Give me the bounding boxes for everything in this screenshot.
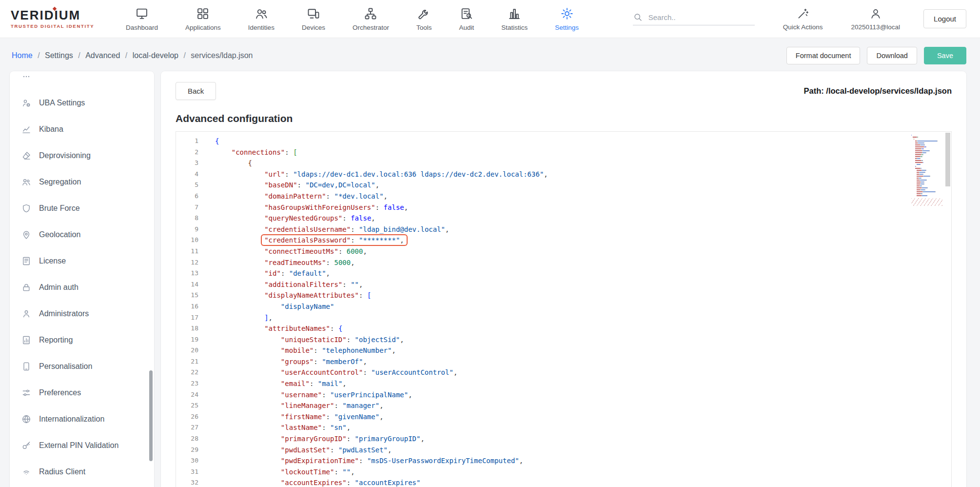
- code-line-29[interactable]: "pwdLastSet": "pwdLastSet",: [215, 445, 951, 456]
- code-line-1[interactable]: {: [215, 136, 951, 147]
- sidebar-item-geolocation[interactable]: Geolocation: [14, 222, 150, 248]
- nav-item-settings[interactable]: Settings: [555, 7, 579, 31]
- code-line-16[interactable]: "displayName": [215, 301, 951, 312]
- code-line-5[interactable]: "baseDN": "DC=dev,DC=local",: [215, 180, 951, 191]
- nav-item-identities[interactable]: Identities: [248, 7, 274, 31]
- nav-item-applications[interactable]: Applications: [185, 7, 221, 31]
- code-line-31[interactable]: "lockoutTime": "",: [215, 467, 951, 478]
- code-line-11[interactable]: "connectTimeoutMs": 6000,: [215, 246, 951, 257]
- code-line-30[interactable]: "pwdExpirationTime": "msDS-UserPasswordE…: [215, 455, 951, 467]
- sidebar-item-label: Deprovisioning: [39, 151, 91, 160]
- editor-scrollbar[interactable]: [945, 133, 950, 186]
- code-editor[interactable]: 1234567891011121314151617181920212223242…: [176, 131, 952, 487]
- code-line-19[interactable]: "uniqueStaticID": "objectSid",: [215, 334, 951, 345]
- minimap-line: [911, 152, 942, 153]
- breadcrumb-item-home[interactable]: Home: [12, 51, 33, 60]
- breadcrumb-item-advanced[interactable]: Advanced: [85, 51, 120, 60]
- code-line-23[interactable]: "email": "mail",: [215, 378, 951, 389]
- minimap-line: [911, 137, 942, 138]
- sidebar-item-reporting[interactable]: Reporting: [14, 327, 150, 353]
- code-line-7[interactable]: "hasGroupsWithForeignUsers": false,: [215, 202, 951, 213]
- code-line-8[interactable]: "queryNestedGroups": false,: [215, 213, 951, 224]
- minimap[interactable]: [911, 135, 942, 206]
- radius-client-icon: [21, 467, 31, 477]
- code-line-4[interactable]: "url": "ldaps://dev-dc1.dev.local:636 ld…: [215, 169, 951, 180]
- sidebar-item-brute-force[interactable]: Brute Force: [14, 195, 150, 222]
- sidebar-list: UBA SettingsKibanaDeprovisioningSegregat…: [10, 71, 154, 487]
- minimap-line: [911, 144, 942, 145]
- line-number: 27: [176, 422, 198, 433]
- quick-actions-button[interactable]: Quick Actions: [783, 7, 823, 31]
- code-line-25[interactable]: "lineManager": "manager",: [215, 400, 951, 411]
- nav-item-tools[interactable]: Tools: [416, 7, 432, 31]
- code-line-10[interactable]: "credentialsPassword": "********",: [215, 235, 951, 246]
- global-search[interactable]: [633, 12, 755, 25]
- nav-item-dashboard[interactable]: Dashboard: [126, 7, 158, 31]
- sidebar-item-kibana[interactable]: Kibana: [14, 116, 150, 142]
- minimap-line: [911, 135, 942, 136]
- save-button[interactable]: Save: [924, 47, 966, 64]
- sidebar-item-deprovisioning[interactable]: Deprovisioning: [14, 142, 150, 169]
- personalisation-icon: [21, 362, 31, 371]
- search-input[interactable]: [648, 13, 746, 21]
- code-line-27[interactable]: "lastName": "sn",: [215, 422, 951, 433]
- sidebar-item-partial-top[interactable]: [14, 71, 150, 90]
- code-line-20[interactable]: "mobile": "telephoneNumber",: [215, 345, 951, 356]
- code-line-21[interactable]: "groups": "memberOf",: [215, 356, 951, 367]
- code-line-9[interactable]: "credentialsUsername": "ldap_bind@dev.lo…: [215, 224, 951, 235]
- sidebar-item-label: Segregation: [39, 178, 81, 186]
- sidebar-item-admin-auth[interactable]: Admin auth: [14, 274, 150, 301]
- code-line-12[interactable]: "readTimeoutMs": 5000,: [215, 257, 951, 268]
- nav-item-devices[interactable]: Devices: [302, 7, 325, 31]
- line-number: 5: [176, 180, 198, 191]
- quick-actions-label: Quick Actions: [783, 23, 823, 31]
- code-line-13[interactable]: "id": "default",: [215, 268, 951, 279]
- document-toolbar: Format document Download Save: [786, 47, 966, 64]
- breadcrumb-item-local-develop[interactable]: local-develop: [133, 51, 178, 60]
- brand-logo[interactable]: VERIDIUM TRUSTED DIGITAL IDENTITY: [11, 9, 103, 29]
- code-content[interactable]: { "connections": [ { "url": "ldaps://dev…: [204, 132, 951, 487]
- sidebar-item-personalisation[interactable]: Personalisation: [14, 353, 150, 380]
- minimap-line: [911, 170, 942, 171]
- line-number: 16: [176, 301, 198, 312]
- sidebar-item-internationalization[interactable]: Internationalization: [14, 406, 150, 432]
- sidebar-item-radius-client[interactable]: Radius Client: [14, 459, 150, 485]
- sidebar-item-administrators[interactable]: Administrators: [14, 301, 150, 327]
- back-button[interactable]: Back: [176, 82, 216, 100]
- minimap-line: [911, 183, 942, 184]
- breadcrumb-item-settings[interactable]: Settings: [45, 51, 73, 60]
- sidebar-item-external-pin-validation[interactable]: External PIN Validation: [14, 432, 150, 459]
- code-line-15[interactable]: "displayNameAttributes": [: [215, 290, 951, 301]
- line-number: 18: [176, 323, 198, 334]
- line-number: 13: [176, 268, 198, 279]
- logout-button[interactable]: Logout: [923, 9, 966, 28]
- breadcrumb-separator: /: [181, 51, 188, 60]
- format-document-button[interactable]: Format document: [786, 47, 861, 64]
- code-line-14[interactable]: "additionalFilters": "",: [215, 279, 951, 290]
- code-line-28[interactable]: "primaryGroupID": "primaryGroupID",: [215, 433, 951, 445]
- nav-item-audit[interactable]: Audit: [459, 7, 474, 31]
- sidebar-item-license[interactable]: License: [14, 248, 150, 274]
- sidebar-item-uba-settings[interactable]: UBA Settings: [14, 90, 150, 116]
- code-line-26[interactable]: "firstName": "givenName",: [215, 411, 951, 423]
- nav-item-orchestrator[interactable]: Orchestrator: [353, 7, 389, 31]
- code-line-17[interactable]: ],: [215, 312, 951, 324]
- user-icon: [869, 7, 882, 20]
- user-menu[interactable]: 20250113@local: [851, 7, 901, 31]
- code-line-32[interactable]: "accountExpires": "accountExpires": [215, 477, 951, 487]
- code-line-18[interactable]: "attributeNames": {: [215, 323, 951, 334]
- minimap-line: [911, 187, 942, 188]
- sidebar-item-label: Preferences: [39, 388, 81, 397]
- code-line-3[interactable]: {: [215, 158, 951, 169]
- code-line-6[interactable]: "domainPattern": "*dev.local",: [215, 191, 951, 202]
- sidebar-scrollbar[interactable]: [149, 370, 153, 461]
- download-button[interactable]: Download: [867, 47, 917, 64]
- line-number: 29: [176, 445, 198, 456]
- code-line-24[interactable]: "username": "userPrincipalName",: [215, 389, 951, 401]
- sidebar-item-segregation[interactable]: Segregation: [14, 169, 150, 195]
- line-number: 12: [176, 257, 198, 268]
- nav-item-statistics[interactable]: Statistics: [501, 7, 528, 31]
- code-line-22[interactable]: "userAccountControl": "userAccountContro…: [215, 367, 951, 378]
- code-line-2[interactable]: "connections": [: [215, 147, 951, 158]
- sidebar-item-preferences[interactable]: Preferences: [14, 380, 150, 406]
